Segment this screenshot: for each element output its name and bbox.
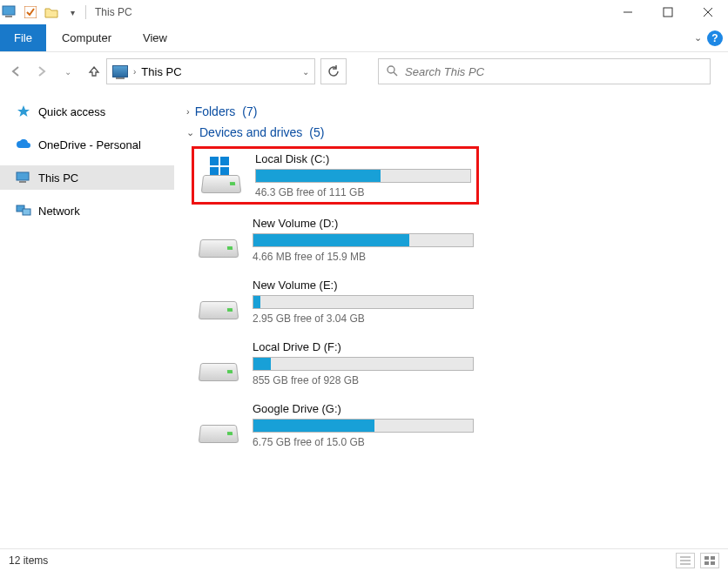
pc-icon	[112, 65, 128, 77]
sidebar-item-label: Network	[38, 205, 80, 218]
capacity-bar	[253, 357, 474, 371]
help-icon[interactable]: ?	[707, 30, 723, 46]
svg-rect-16	[704, 556, 709, 560]
up-button[interactable]	[87, 64, 101, 78]
chevron-right-icon: ›	[186, 106, 190, 117]
navigation-pane: Quick access OneDrive - Personal This PC…	[0, 91, 174, 548]
group-count: (5)	[309, 125, 324, 139]
drive-item[interactable]: Local Disk (C:)46.3 GB free of 111 GB	[192, 146, 479, 205]
navigation-bar: ⌄ › This PC ⌄	[0, 52, 728, 91]
drive-item[interactable]: Local Drive D (F:)855 GB free of 928 GB	[192, 337, 479, 390]
star-icon	[16, 104, 31, 118]
svg-rect-1	[5, 16, 12, 17]
search-input[interactable]	[405, 65, 703, 78]
drive-name: New Volume (E:)	[253, 279, 474, 292]
properties-check-icon[interactable]	[23, 4, 38, 20]
drive-name: Google Drive (G:)	[253, 402, 474, 415]
drive-info: Local Disk (C:)46.3 GB free of 111 GB	[255, 152, 471, 198]
tab-file[interactable]: File	[0, 24, 46, 51]
tab-view[interactable]: View	[127, 24, 183, 51]
drives-list: Local Disk (C:)46.3 GB free of 111 GBNew…	[183, 146, 725, 452]
view-large-icons-icon[interactable]	[700, 553, 719, 568]
windows-logo-icon	[210, 157, 229, 176]
pc-icon	[16, 171, 31, 185]
status-bar: 12 items	[0, 548, 728, 571]
drive-info: Local Drive D (F:)855 GB free of 928 GB	[253, 340, 474, 386]
pc-icon	[2, 4, 17, 20]
sidebar-item-quick-access[interactable]: Quick access	[0, 99, 174, 124]
search-box[interactable]	[378, 58, 711, 84]
tab-computer[interactable]: Computer	[46, 24, 127, 51]
group-count: (7)	[242, 104, 257, 118]
svg-rect-17	[711, 556, 715, 560]
drive-free-text: 2.95 GB free of 3.04 GB	[253, 312, 474, 325]
view-details-icon[interactable]	[676, 553, 695, 568]
address-dropdown-icon[interactable]: ⌄	[302, 67, 309, 77]
maximize-button[interactable]	[648, 0, 688, 24]
ribbon-collapse-icon[interactable]: ⌄	[694, 32, 702, 44]
cloud-icon	[16, 138, 31, 151]
new-folder-icon[interactable]	[44, 4, 59, 20]
drive-icon	[197, 406, 240, 445]
drive-free-text: 4.66 MB free of 15.9 MB	[253, 251, 474, 263]
drive-name: Local Disk (C:)	[255, 152, 471, 165]
group-label: Folders	[195, 104, 236, 118]
address-bar[interactable]: › This PC ⌄	[106, 58, 315, 84]
drive-free-text: 46.3 GB free of 111 GB	[255, 186, 471, 198]
drive-item[interactable]: New Volume (D:)4.66 MB free of 15.9 MB	[192, 213, 479, 266]
content-pane: › Folders (7) ⌄ Devices and drives (5) L…	[174, 91, 728, 548]
svg-rect-4	[664, 8, 672, 17]
sidebar-item-this-pc[interactable]: This PC	[0, 165, 174, 190]
group-label: Devices and drives	[199, 125, 302, 139]
capacity-bar	[253, 419, 474, 433]
window-controls	[608, 0, 728, 24]
recent-locations-icon[interactable]: ⌄	[61, 64, 75, 78]
svg-rect-9	[17, 172, 29, 180]
sidebar-item-network[interactable]: Network	[0, 198, 174, 223]
group-devices[interactable]: ⌄ Devices and drives (5)	[186, 125, 725, 139]
sidebar-item-label: This PC	[38, 171, 78, 185]
drive-name: New Volume (D:)	[253, 217, 474, 230]
qat-customize-icon[interactable]: ▾	[64, 4, 80, 20]
refresh-button[interactable]	[320, 58, 347, 84]
sidebar-item-label: OneDrive - Personal	[38, 138, 141, 151]
svg-rect-12	[23, 209, 30, 215]
quick-access-toolbar: ▾	[2, 4, 86, 20]
svg-rect-10	[19, 181, 26, 183]
svg-rect-18	[704, 561, 709, 565]
address-crumb[interactable]: This PC	[141, 65, 181, 78]
drive-item[interactable]: Google Drive (G:)6.75 GB free of 15.0 GB	[192, 399, 479, 452]
close-button[interactable]	[688, 0, 728, 24]
drive-icon	[197, 345, 240, 383]
svg-line-8	[394, 72, 397, 76]
drive-free-text: 6.75 GB free of 15.0 GB	[253, 436, 474, 448]
svg-rect-19	[711, 561, 715, 565]
chevron-down-icon: ⌄	[186, 127, 194, 138]
group-folders[interactable]: › Folders (7)	[186, 104, 725, 118]
drive-info: New Volume (E:)2.95 GB free of 3.04 GB	[253, 279, 474, 325]
network-icon	[16, 204, 31, 218]
sidebar-item-label: Quick access	[38, 105, 105, 118]
svg-point-7	[388, 66, 394, 73]
drive-info: New Volume (D:)4.66 MB free of 15.9 MB	[253, 217, 474, 263]
forward-button[interactable]	[35, 64, 49, 78]
back-button[interactable]	[9, 64, 23, 78]
drive-icon	[197, 283, 240, 321]
capacity-bar	[253, 295, 474, 309]
drive-name: Local Drive D (F:)	[253, 340, 474, 353]
drive-icon	[199, 157, 243, 195]
window-title: This PC	[95, 6, 132, 18]
drive-item[interactable]: New Volume (E:)2.95 GB free of 3.04 GB	[192, 275, 479, 328]
ribbon-tabs: File Computer View ⌄ ?	[0, 24, 728, 52]
drive-free-text: 855 GB free of 928 GB	[253, 374, 474, 386]
drive-icon	[197, 221, 240, 259]
minimize-button[interactable]	[608, 0, 648, 24]
sidebar-item-onedrive[interactable]: OneDrive - Personal	[0, 132, 174, 157]
separator	[85, 5, 86, 19]
chevron-right-icon: ›	[133, 67, 136, 77]
svg-rect-0	[3, 6, 15, 15]
status-item-count: 12 items	[9, 554, 48, 567]
title-bar: ▾ This PC	[0, 0, 728, 24]
capacity-bar	[253, 233, 474, 247]
capacity-bar	[255, 169, 471, 183]
